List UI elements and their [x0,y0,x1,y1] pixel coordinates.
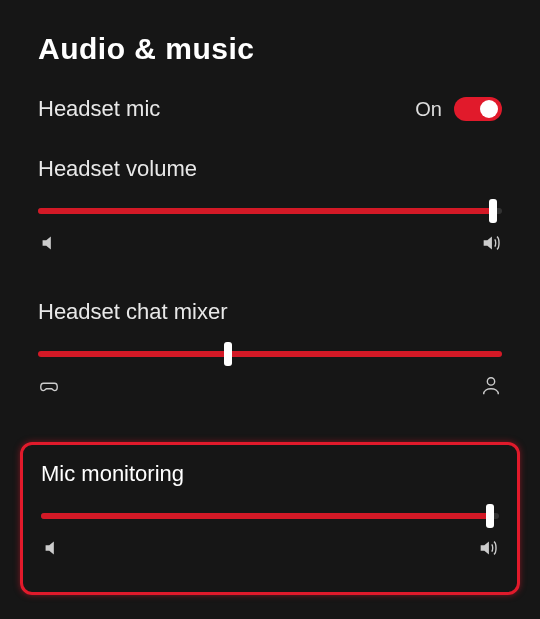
chat-mixer-label: Headset chat mixer [38,299,502,325]
headset-mic-state: On [415,98,442,121]
mic-monitoring-label: Mic monitoring [41,461,499,487]
chat-mixer-section: Headset chat mixer [38,299,502,402]
page-title: Audio & music [38,32,520,66]
speaker-loud-icon [477,537,499,564]
game-controller-icon [38,375,60,402]
svg-point-0 [487,378,494,385]
toggle-knob [480,100,498,118]
headset-volume-section: Headset volume [38,156,502,259]
mic-monitoring-slider[interactable] [41,505,499,525]
mic-monitoring-highlight: Mic monitoring [20,442,520,595]
person-icon [480,375,502,402]
headset-mic-row: Headset mic On [38,96,502,122]
headset-mic-toggle[interactable] [454,97,502,121]
speaker-mute-icon [41,537,63,564]
headset-mic-label: Headset mic [38,96,160,122]
headset-volume-label: Headset volume [38,156,502,182]
chat-mixer-slider[interactable] [38,343,502,363]
headset-volume-slider[interactable] [38,200,502,220]
speaker-mute-icon [38,232,60,259]
speaker-loud-icon [480,232,502,259]
